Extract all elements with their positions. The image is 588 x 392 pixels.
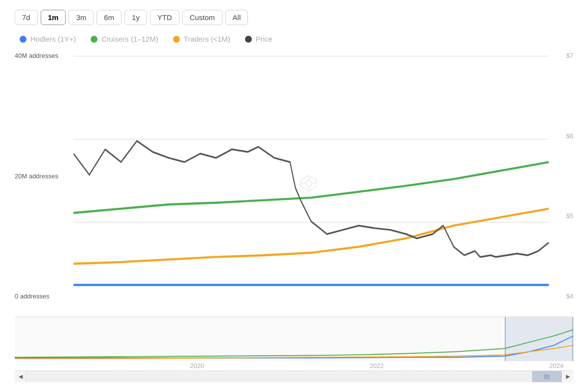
time-range-selector: 7d1m3m6m1yYTDCustomAll	[15, 10, 573, 25]
navigator-year-label: 2024	[549, 362, 564, 369]
time-btn-7d[interactable]: 7d	[15, 10, 38, 25]
chart-area: 40M addresses20M addresses0 addresses	[15, 52, 573, 315]
y-right-label: $4	[549, 293, 573, 300]
time-btn-1m[interactable]: 1m	[41, 10, 66, 25]
scrollbar-left-arrow[interactable]: ◀	[15, 371, 26, 383]
y-right-label: $5	[549, 212, 573, 220]
legend-dot-traders	[173, 36, 180, 43]
navigator: 202020222024	[15, 317, 573, 370]
chart-legend: Hodlers (1Y+)Cruisers (1–12M)Traders (<1…	[20, 35, 573, 43]
legend-item-traders: Traders (<1M)	[173, 35, 230, 43]
scrollbar: ◀ ▶	[15, 370, 573, 382]
y-right-label: $6	[549, 132, 573, 140]
y-axis-right: $7$6$5$4	[549, 52, 573, 315]
legend-dot-cruisers	[91, 36, 98, 43]
y-left-label: 20M addresses	[15, 172, 74, 180]
legend-dot-hodlers	[20, 36, 26, 43]
navigator-chart	[15, 317, 573, 361]
time-btn-3m[interactable]: 3m	[69, 10, 94, 25]
legend-item-price: Price	[245, 35, 272, 43]
grip-line-3	[548, 374, 549, 379]
navigator-year-label: 2020	[190, 362, 204, 369]
scrollbar-thumb[interactable]	[532, 371, 562, 382]
time-btn-ytd[interactable]: YTD	[150, 10, 179, 25]
legend-label-price: Price	[256, 35, 272, 43]
grip-line-1	[544, 374, 545, 379]
time-btn-all[interactable]: All	[225, 10, 248, 25]
traders-line	[74, 209, 549, 264]
grip-line-2	[546, 374, 547, 379]
y-right-label: $7	[549, 52, 573, 59]
scrollbar-grip	[544, 374, 549, 379]
legend-label-hodlers: Hodlers (1Y+)	[30, 35, 76, 43]
navigator-years: 202020222024	[15, 361, 573, 370]
price-line	[74, 141, 549, 257]
chart-wrapper: 40M addresses20M addresses0 addresses	[15, 52, 573, 382]
legend-item-cruisers: Cruisers (1–12M)	[91, 35, 158, 43]
legend-item-hodlers: Hodlers (1Y+)	[20, 35, 76, 43]
cruisers-line	[74, 162, 549, 213]
navigator-year-label: 2022	[369, 362, 384, 369]
svg-rect-7	[572, 317, 573, 361]
y-axis-left: 40M addresses20M addresses0 addresses	[15, 52, 74, 315]
scrollbar-track[interactable]	[26, 371, 562, 382]
scrollbar-right-arrow[interactable]: ▶	[562, 371, 573, 383]
svg-rect-4	[15, 317, 573, 361]
main-chart: 12. Aug19. Aug26. Aug2. Sep9. Sep	[74, 52, 549, 315]
time-btn-custom[interactable]: Custom	[182, 10, 222, 25]
navigator-svg	[15, 317, 573, 361]
main-container: 7d1m3m6m1yYTDCustomAll Hodlers (1Y+)Crui…	[0, 0, 588, 392]
time-btn-6m[interactable]: 6m	[97, 10, 122, 25]
legend-label-cruisers: Cruisers (1–12M)	[101, 35, 158, 43]
time-btn-1y[interactable]: 1y	[124, 10, 147, 25]
main-chart-svg	[74, 52, 549, 315]
legend-dot-price	[245, 36, 252, 43]
svg-rect-6	[505, 317, 506, 361]
legend-label-traders: Traders (<1M)	[184, 35, 230, 43]
y-left-label: 40M addresses	[15, 52, 74, 59]
y-left-label: 0 addresses	[15, 293, 74, 300]
